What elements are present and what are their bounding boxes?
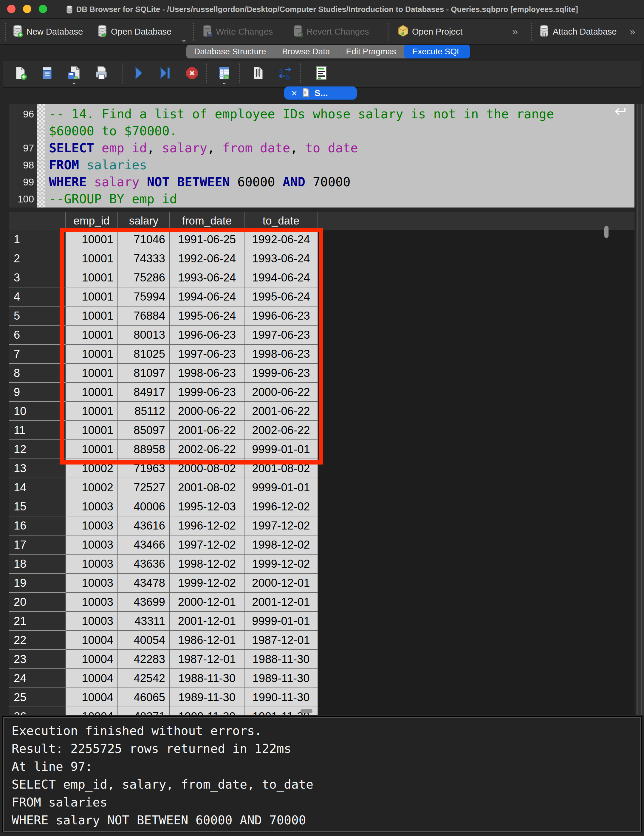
cell-salary[interactable]: 75994	[118, 287, 170, 307]
window-scrollbar-track[interactable]	[636, 104, 644, 715]
cell-salary[interactable]: 75286	[118, 268, 170, 287]
editor-line[interactable]: 100--GROUP BY emp_id	[9, 191, 634, 207]
open-database-expand-chevron-icon[interactable]: ⌄	[181, 35, 187, 43]
cell-from_date[interactable]: 2001-12-01	[170, 612, 245, 631]
table-row[interactable]: 1810003436361998-12-021999-12-02	[9, 555, 634, 574]
column-header-from-date[interactable]: from_date	[170, 212, 245, 230]
row-number[interactable]: 17	[9, 536, 65, 555]
cell-to_date[interactable]: 1995-06-24	[245, 287, 318, 307]
row-number[interactable]: 11	[9, 421, 65, 440]
cell-emp_id[interactable]: 10004	[65, 707, 118, 715]
cell-to_date[interactable]: 1993-06-24	[245, 249, 318, 268]
cell-to_date[interactable]: 1990-11-30	[245, 688, 318, 707]
save-results-expand-chevron-icon[interactable]: ⌄	[221, 78, 227, 86]
cell-to_date[interactable]: 1992-06-24	[245, 230, 318, 249]
cell-salary[interactable]: 84917	[118, 383, 170, 402]
cell-emp_id[interactable]: 10003	[65, 555, 118, 574]
cell-from_date[interactable]: 2000-06-22	[170, 402, 245, 421]
editor-code-area[interactable]: 96-- 14. Find a list of employee IDs who…	[9, 106, 634, 207]
cell-emp_id[interactable]: 10003	[65, 497, 118, 516]
cell-from_date[interactable]: 1990-11-30	[170, 707, 245, 715]
cell-emp_id[interactable]: 10004	[65, 688, 118, 707]
open-sql-file-button[interactable]	[38, 64, 56, 82]
cell-salary[interactable]: 42283	[118, 650, 170, 669]
cell-emp_id[interactable]: 10002	[65, 478, 118, 497]
table-row[interactable]: 2010003436992000-12-012001-12-01	[9, 593, 634, 612]
cell-salary[interactable]: 42542	[118, 669, 170, 688]
cell-emp_id[interactable]: 10001	[65, 268, 118, 287]
row-number[interactable]: 21	[9, 612, 65, 631]
cell-emp_id[interactable]: 10003	[65, 536, 118, 555]
table-row[interactable]: 110001710461991-06-251992-06-24	[9, 230, 634, 249]
editor-line[interactable]: $60000 to $70000.	[9, 122, 634, 140]
table-row[interactable]: 2310004422831987-12-011988-11-30	[9, 650, 634, 669]
table-row[interactable]: 2510004460651989-11-301990-11-30	[9, 688, 634, 707]
cell-salary[interactable]: 74333	[118, 249, 170, 268]
row-number[interactable]: 13	[9, 459, 65, 478]
cell-emp_id[interactable]: 10001	[65, 383, 118, 402]
cell-to_date[interactable]: 1996-06-23	[245, 307, 318, 326]
cell-to_date[interactable]: 2000-12-01	[245, 574, 318, 593]
table-row[interactable]: 410001759941994-06-241995-06-24	[9, 287, 634, 307]
row-number[interactable]: 23	[9, 650, 65, 669]
cell-salary[interactable]: 72527	[118, 478, 170, 497]
cell-salary[interactable]: 81097	[118, 364, 170, 383]
open-sql-tab-button[interactable]	[11, 64, 29, 82]
cell-salary[interactable]: 80013	[118, 326, 170, 345]
table-row[interactable]: 2410004425421988-11-301989-11-30	[9, 669, 634, 688]
cell-to_date[interactable]: 1994-06-24	[245, 268, 318, 287]
cell-from_date[interactable]: 1999-12-02	[170, 574, 245, 593]
editor-line[interactable]: 98FROM salaries	[9, 157, 634, 173]
cell-to_date[interactable]: 1999-12-02	[245, 555, 318, 574]
row-number[interactable]: 1	[9, 230, 65, 249]
column-header-to-date[interactable]: to_date	[245, 212, 318, 230]
cell-to_date[interactable]: 9999-01-01	[245, 478, 318, 497]
table-row[interactable]: 1610003436161996-12-021997-12-02	[9, 516, 634, 536]
table-row[interactable]: 1310002719632000-08-022001-08-02	[9, 459, 634, 478]
row-number[interactable]: 7	[9, 345, 65, 364]
cell-from_date[interactable]: 1997-06-23	[170, 345, 245, 364]
cell-to_date[interactable]: 2000-06-22	[245, 383, 318, 402]
row-number[interactable]: 10	[9, 402, 65, 421]
print-button[interactable]	[92, 64, 110, 82]
editor-line[interactable]: 99WHERE salary NOT BETWEEN 60000 AND 700…	[9, 173, 634, 191]
cell-from_date[interactable]: 2000-08-02	[170, 459, 245, 478]
table-row[interactable]: 1110001850972001-06-222002-06-22	[9, 421, 634, 440]
results-grid[interactable]: emp_id salary from_date to_date 11000171…	[9, 212, 634, 715]
cell-salary[interactable]: 85112	[118, 402, 170, 421]
table-row[interactable]: 1710003434661997-12-021998-12-02	[9, 536, 634, 555]
row-number[interactable]: 26	[9, 707, 65, 715]
table-row[interactable]: 610001800131996-06-231997-06-23	[9, 326, 634, 345]
cell-to_date[interactable]: 1989-11-30	[245, 669, 318, 688]
table-row[interactable]: 910001849171999-06-232000-06-22	[9, 383, 634, 402]
cell-salary[interactable]: 43478	[118, 574, 170, 593]
execution-log-button[interactable]	[312, 64, 330, 82]
row-number[interactable]: 18	[9, 555, 65, 574]
cell-from_date[interactable]: 1997-12-02	[170, 536, 245, 555]
open-project-button[interactable]: Open Project	[397, 19, 463, 44]
cell-from_date[interactable]: 1991-06-25	[170, 230, 245, 249]
column-header-emp-id[interactable]: emp_id	[65, 212, 118, 230]
cell-salary[interactable]: 43616	[118, 516, 170, 536]
cell-salary[interactable]: 43699	[118, 593, 170, 612]
row-number[interactable]: 2	[9, 249, 65, 268]
cell-to_date[interactable]: 2002-06-22	[245, 421, 318, 440]
cell-emp_id[interactable]: 10003	[65, 516, 118, 536]
row-number[interactable]: 12	[9, 440, 65, 459]
row-number[interactable]: 19	[9, 574, 65, 593]
cell-emp_id[interactable]: 10003	[65, 593, 118, 612]
column-header-salary[interactable]: salary	[118, 212, 170, 230]
table-row[interactable]: 2610004482711990-11-301991-11-30	[9, 707, 634, 715]
cell-from_date[interactable]: 1987-12-01	[170, 650, 245, 669]
editor-line[interactable]: 96-- 14. Find a list of employee IDs who…	[9, 106, 634, 122]
cell-salary[interactable]: 81025	[118, 345, 170, 364]
cell-from_date[interactable]: 2000-12-01	[170, 593, 245, 612]
cell-from_date[interactable]: 1988-11-30	[170, 669, 245, 688]
editor-line[interactable]: 97SELECT emp_id, salary, from_date, to_d…	[9, 140, 634, 157]
execute-current-line-button[interactable]	[156, 64, 174, 82]
cell-emp_id[interactable]: 10001	[65, 249, 118, 268]
cell-salary[interactable]: 76884	[118, 307, 170, 326]
row-number[interactable]: 22	[9, 631, 65, 650]
cell-salary[interactable]: 40054	[118, 631, 170, 650]
cell-salary[interactable]: 85097	[118, 421, 170, 440]
